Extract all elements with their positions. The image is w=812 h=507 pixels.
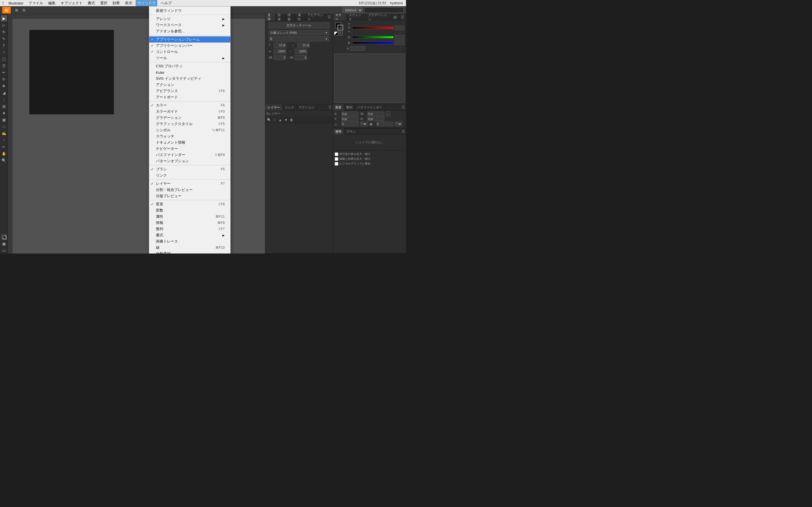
shear-input[interactable] — [376, 122, 393, 126]
tool-width[interactable]: ⋮ — [1, 96, 7, 103]
tool-fill-stroke[interactable] — [1, 234, 7, 240]
menu-effect[interactable]: 効果 — [111, 0, 121, 6]
font-name-select[interactable]: 小塚ゴシック Pr6N — [269, 30, 322, 35]
tool-slice[interactable]: ✍ — [1, 130, 7, 136]
tool-pencil[interactable]: ✏ — [1, 69, 7, 75]
menu-artboard[interactable]: アートボード — [149, 94, 231, 100]
apple-menu[interactable]:  — [2, 1, 4, 6]
menu-new-window[interactable]: 新規ウィンドウ — [149, 8, 231, 14]
color-tab-swatches[interactable]: スウォッチ — [347, 14, 366, 20]
tab-appearance[interactable]: アピアランス — [305, 14, 326, 20]
y-input[interactable] — [342, 117, 358, 121]
menu-navigator[interactable]: ナビゲーター — [149, 146, 231, 152]
tool-hand[interactable]: ✋ — [1, 151, 7, 157]
menu-app-bar[interactable]: ✓ アプリケーションバー — [149, 43, 231, 49]
layers-new-layer-btn[interactable]: □ — [272, 117, 277, 122]
menu-control[interactable]: ✓ コントロール — [149, 49, 231, 55]
menu-app-frame[interactable]: ✓ アプリケーションフレーム — [149, 36, 231, 43]
layers-move-down-btn[interactable]: ▼ — [283, 117, 289, 122]
color-mode-none[interactable] — [334, 32, 338, 36]
color-r-input[interactable] — [395, 25, 404, 30]
tab-moji[interactable]: 文字 — [265, 14, 275, 20]
menu-typography[interactable]: 書式 ▶ — [149, 232, 231, 238]
color-tab-stroke[interactable]: 線 — [391, 14, 399, 20]
menu-color[interactable]: ✓ カラー F6 — [149, 102, 231, 108]
menu-help[interactable]: ヘルプ — [159, 0, 173, 6]
menu-transform[interactable]: ✓ 変形 ⇧F8 — [149, 201, 231, 207]
menu-view[interactable]: 表示 — [123, 0, 134, 6]
tool-artboard[interactable]: □ — [1, 123, 7, 129]
color-mode-solid[interactable]: ? — [339, 32, 343, 36]
scale-h-input[interactable] — [274, 49, 286, 54]
toolbar-view-btn[interactable]: ⊟ — [21, 7, 27, 13]
layers-search-btn[interactable]: 🔍 — [266, 117, 271, 122]
tool-type[interactable]: T — [1, 42, 7, 48]
tool-paintbrush[interactable]: ☲ — [1, 62, 7, 69]
menu-tools[interactable]: ツール ▶ — [149, 55, 231, 61]
tool-rotate[interactable]: ↻ — [1, 76, 7, 82]
angle-unit[interactable]: ° — [360, 122, 367, 126]
layers-move-up-btn[interactable]: ▲ — [278, 117, 283, 122]
menu-format[interactable]: 書式 — [86, 0, 97, 6]
menu-attributes[interactable]: 属性 ⌘F11 — [149, 214, 231, 220]
menu-line[interactable]: 線 ⌘F10 — [149, 244, 231, 251]
x-input[interactable] — [342, 112, 358, 116]
menu-variables[interactable]: 変数 — [149, 207, 231, 214]
color-g-input[interactable] — [395, 35, 404, 40]
pixel-grid-checkbox[interactable] — [335, 162, 338, 166]
color-b-input[interactable] — [395, 41, 404, 45]
tab-links[interactable]: リンク — [283, 104, 297, 110]
tool-color-mode[interactable]: ▣ — [1, 240, 7, 247]
color-hex-input[interactable] — [350, 46, 365, 51]
tool-select[interactable]: ▶ — [1, 15, 7, 21]
touch-type-tool[interactable]: 文字タッチツール — [269, 22, 329, 29]
menu-graphic-styles[interactable]: グラフィックスタイル ⇧F5 — [149, 121, 231, 127]
menu-image-trace[interactable]: 画像トレース — [149, 238, 231, 244]
font-style-arrow[interactable]: ▼ — [324, 36, 329, 41]
tab-actions[interactable]: アクション — [297, 104, 317, 110]
line-height-input[interactable] — [297, 43, 310, 48]
menu-actions[interactable]: アクション — [149, 82, 231, 88]
color-b-slider[interactable] — [352, 42, 394, 44]
menu-gradient[interactable]: グラデーション ⌘F9 — [149, 115, 231, 121]
tab-brush[interactable]: ブラシ — [344, 128, 358, 135]
menu-symbols[interactable]: シンボル ⌥⌘F11 — [149, 127, 231, 133]
font-style-select[interactable]: R — [269, 36, 322, 41]
tab-attributes[interactable]: 属性 — [296, 14, 306, 20]
menu-window[interactable]: ウィンドウ — [136, 0, 157, 6]
tab-transform[interactable]: 変形 — [333, 104, 344, 110]
toolbar-search-input[interactable] — [364, 7, 404, 13]
layers-panel-menu[interactable]: ☰ — [328, 105, 332, 109]
tool-warp[interactable]: ◢ — [1, 90, 7, 96]
menu-illustrator[interactable]: Illustrator — [7, 0, 25, 6]
tab-layers[interactable]: レイヤー — [265, 104, 283, 110]
menu-auto-select[interactable]: 自動選択 — [149, 251, 231, 253]
tab-paragraph[interactable]: 段落 — [275, 14, 286, 20]
tool-symbol[interactable]: ★ — [1, 110, 7, 116]
tool-scale[interactable]: ✥ — [1, 83, 7, 89]
view-mode-select[interactable]: SINGLE — [343, 7, 363, 13]
menu-sep-preview[interactable]: 分版プレビュー — [149, 193, 231, 199]
menu-select[interactable]: 選択 — [98, 0, 109, 6]
menu-pathfinder[interactable]: パスファインダー ⇧⌘F9 — [149, 152, 231, 158]
tool-line[interactable]: / — [1, 49, 7, 55]
menu-appearance[interactable]: アピアランス ⇧F6 — [149, 88, 231, 94]
color-tab-color[interactable]: カラー — [333, 14, 347, 20]
color-r-slider[interactable] — [352, 27, 394, 29]
tab-transparency[interactable]: 透明 — [333, 128, 344, 135]
tool-screen-mode[interactable]: ▭ — [1, 247, 7, 253]
menu-links[interactable]: リンク — [149, 172, 231, 179]
menu-brush[interactable]: ✓ ブラシ F5 — [149, 166, 231, 172]
stroke-swatch[interactable] — [338, 25, 343, 31]
menu-addons[interactable]: アドオンを参照... — [149, 28, 231, 34]
menu-layers[interactable]: ✓ レイヤー F7 — [149, 180, 231, 187]
color-panel-menu[interactable]: ☰ — [399, 14, 406, 20]
toolbar-arrange-btn[interactable]: ⊞ — [13, 7, 20, 13]
tool-direct-select[interactable]: ▷ — [1, 22, 7, 28]
tracking-input[interactable] — [274, 55, 286, 60]
menu-arrange[interactable]: アレンジ ▶ — [149, 16, 231, 22]
tool-lasso[interactable]: ↻ — [1, 29, 7, 35]
tool-scissors[interactable]: ✄ — [1, 144, 7, 150]
angle-input[interactable] — [342, 122, 358, 126]
tool-column-graph[interactable]: ▦ — [1, 117, 7, 123]
